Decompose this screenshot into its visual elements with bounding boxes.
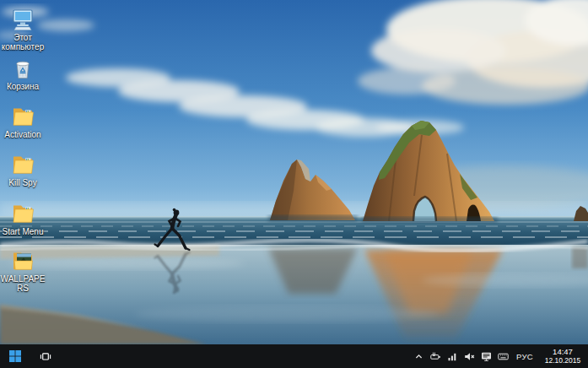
touch-keyboard-icon[interactable] (498, 351, 509, 362)
windows-logo-icon (9, 350, 21, 362)
task-view-button[interactable] (30, 344, 61, 368)
task-view-icon (40, 351, 51, 362)
clock-time: 14:47 (553, 348, 573, 356)
hidden-icons-chevron[interactable] (413, 351, 424, 362)
wallpaper-image[interactable] (0, 0, 588, 344)
desktop-icon-this-pc[interactable]: Этот компьютер (0, 5, 46, 51)
taskbar-clock[interactable]: 14:47 12.10.2015 (541, 348, 585, 365)
power-icon[interactable] (430, 351, 441, 362)
volume-muted-icon[interactable] (464, 351, 475, 362)
desktop-icon-start-menu[interactable]: Start Menu (0, 199, 46, 236)
desktop-icon-label: WALLPAPERS (0, 274, 46, 293)
folder-icon (9, 102, 36, 129)
desktop-icon-recycle-bin[interactable]: Корзина (0, 54, 46, 91)
clock-date: 12.10.2015 (545, 356, 581, 365)
folder-icon (9, 199, 36, 226)
folder-images-icon (9, 246, 36, 273)
desktop-icon-label: Kill Spy (8, 178, 36, 187)
desktop-icon-label: Activation (4, 130, 40, 139)
taskbar: РУС 14:47 12.10.2015 (0, 344, 588, 368)
network-icon[interactable] (447, 351, 458, 362)
language-indicator[interactable]: РУС (515, 352, 535, 361)
desktop-icon-activation[interactable]: Activation (0, 102, 46, 139)
desktop-icon-wallpapers[interactable]: WALLPAPERS (0, 246, 46, 293)
folder-icon (9, 150, 36, 177)
computer-icon (9, 5, 36, 32)
start-button[interactable] (0, 344, 30, 368)
desktop-icon-label: Корзина (7, 82, 39, 91)
system-tray: РУС 14:47 12.10.2015 (413, 344, 588, 368)
desktop-icon-label: Этот компьютер (0, 33, 46, 51)
recycle-bin-icon (9, 54, 36, 81)
display-icon[interactable] (481, 351, 492, 362)
desktop-icon-label: Start Menu (3, 227, 44, 236)
desktop-icon-kill-spy[interactable]: Kill Spy (0, 150, 46, 187)
desktop: Этот компьютер Корзина Activation (0, 0, 588, 368)
